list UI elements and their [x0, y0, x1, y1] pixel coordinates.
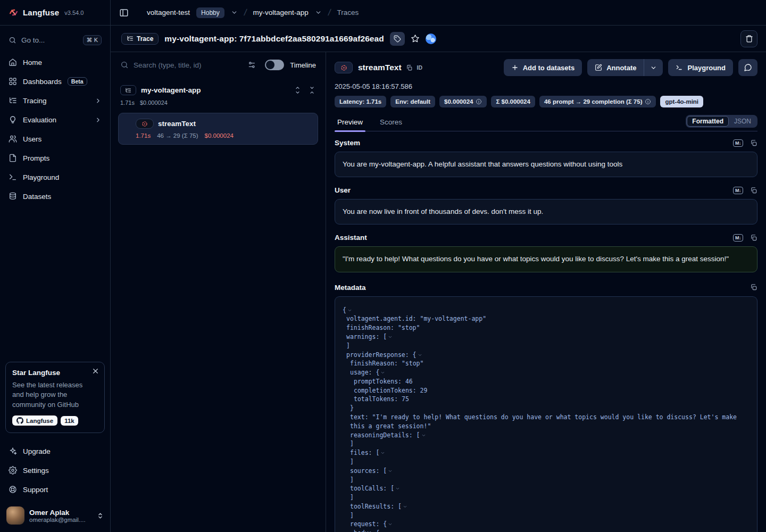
tree-search-input[interactable]: [134, 61, 243, 69]
collapse-chevron-icon[interactable]: [395, 486, 400, 491]
bookmark-star-icon[interactable]: [411, 34, 420, 43]
user-color-avatar[interactable]: [426, 34, 436, 44]
collapse-chevron-icon[interactable]: [388, 469, 393, 473]
sidebar-item-upgrade[interactable]: Upgrade: [0, 442, 110, 461]
delete-trace-button[interactable]: [740, 30, 757, 47]
annotate-button[interactable]: Annotate: [587, 59, 644, 76]
trace-header: Trace my-voltagent-app: 7f71abbdcef2aa58…: [111, 26, 766, 52]
collapse-chevron-icon[interactable]: [421, 433, 426, 438]
markdown-toggle-icon[interactable]: M↓: [733, 234, 743, 242]
info-icon[interactable]: [645, 98, 651, 105]
metadata-line[interactable]: reasoningDetails: [: [343, 431, 748, 440]
collapse-chevron-icon[interactable]: [388, 335, 393, 339]
users-icon: [9, 135, 17, 143]
annotate-button-group: Annotate: [587, 59, 663, 76]
collapse-chevron-icon[interactable]: [388, 522, 393, 527]
langfuse-logo-icon: [9, 7, 19, 18]
github-star-button[interactable]: Langfuse: [12, 415, 57, 426]
sidebar-item-users[interactable]: Users: [0, 129, 110, 148]
chevron-down-icon[interactable]: [315, 9, 322, 16]
metadata-line[interactable]: sources: [: [343, 467, 748, 476]
copy-icon[interactable]: [750, 187, 757, 194]
markdown-toggle-icon[interactable]: M↓: [733, 187, 743, 194]
metadata-line[interactable]: providerResponse: {: [343, 351, 748, 360]
observation-detail-panel: streamText ID Add to datasets Annotate: [326, 52, 766, 532]
goto-button[interactable]: Go to... ⌘ K: [6, 33, 104, 47]
metadata-line[interactable]: {: [343, 306, 748, 315]
sidebar-item-settings[interactable]: Settings: [0, 461, 110, 480]
collapse-chevron-icon[interactable]: [380, 451, 385, 455]
trace-content: Timeline my-voltagent-app 1.71s $0.00002…: [111, 52, 766, 532]
annotate-dropdown-button[interactable]: [644, 59, 663, 76]
collapse-chevron-icon[interactable]: [403, 504, 407, 509]
tree-search-row: Timeline: [118, 60, 318, 70]
generation-icon: [335, 62, 353, 73]
breadcrumb-project[interactable]: my-voltagent-app: [253, 9, 308, 16]
unfold-vertical-icon[interactable]: [294, 86, 302, 94]
format-toggle-formatted[interactable]: Formatted: [687, 116, 729, 127]
view-settings-icon[interactable]: [247, 61, 256, 69]
user-menu[interactable]: Omer Aplak omeraplak@gmail....: [6, 506, 104, 525]
sidebar-item-support[interactable]: Support: [0, 480, 110, 499]
detail-scroll-area[interactable]: System M↓ You are my-voltagent-app. A he…: [335, 131, 757, 532]
format-toggle: Formatted JSON: [686, 115, 757, 128]
metadata-json-viewer[interactable]: {voltagent.agent.id: "my-voltagent-app"f…: [335, 296, 757, 532]
sidebar-toggle-icon[interactable]: [119, 8, 129, 18]
sidebar-item-datasets[interactable]: Datasets: [0, 187, 110, 206]
collapse-chevron-icon[interactable]: [347, 308, 352, 313]
sidebar-item-prompts[interactable]: Prompts: [0, 148, 110, 168]
add-to-datasets-button[interactable]: Add to datasets: [504, 59, 582, 76]
sidebar-item-evaluation[interactable]: Evaluation: [0, 110, 110, 129]
format-toggle-json[interactable]: JSON: [729, 116, 756, 127]
breadcrumb-org[interactable]: voltagent-test: [147, 9, 190, 16]
collapse-chevron-icon[interactable]: [380, 370, 385, 375]
info-icon[interactable]: [476, 98, 482, 105]
section-icons: M↓: [733, 139, 757, 147]
copy-icon[interactable]: [406, 64, 413, 71]
observation-title-row: streamText: [136, 119, 311, 129]
metric-badge: $0.000024: [439, 96, 487, 107]
metadata-line: ]: [343, 342, 748, 351]
section-icons: M↓: [733, 187, 757, 194]
sidebar-item-playground[interactable]: Playground: [0, 168, 110, 187]
gear-icon: [9, 466, 17, 475]
plan-badge[interactable]: Hobby: [196, 7, 224, 18]
close-icon[interactable]: [92, 368, 99, 375]
section-title: System: [335, 139, 360, 147]
tree-root-row[interactable]: my-voltagent-app: [118, 85, 318, 95]
sidebar-item-dashboards[interactable]: Dashboards Beta: [0, 72, 110, 91]
observation-tree-panel: Timeline my-voltagent-app 1.71s $0.00002…: [111, 52, 326, 532]
playground-button[interactable]: Playground: [668, 59, 733, 76]
observation-row-streamtext[interactable]: streamText 1.71s 46 → 29 (Σ 75) $0.00002…: [118, 113, 318, 145]
tree-root-name: my-voltagent-app: [141, 86, 201, 94]
tab-scores[interactable]: Scores: [377, 118, 405, 131]
observation-tokens: 46 → 29 (Σ 75): [157, 132, 198, 139]
timeline-toggle[interactable]: [265, 60, 284, 70]
section-metadata: Metadata {voltagent.agent.id: "my-voltag…: [335, 284, 757, 532]
collapse-chevron-icon[interactable]: [418, 353, 422, 358]
chevron-down-icon[interactable]: [231, 9, 238, 16]
sidebar-item-home[interactable]: Home: [0, 53, 110, 72]
copy-id-label[interactable]: ID: [417, 64, 423, 71]
metadata-line[interactable]: usage: {: [343, 368, 748, 377]
metadata-line[interactable]: request: {: [343, 520, 748, 529]
metadata-line[interactable]: body: {: [343, 529, 748, 532]
copy-icon[interactable]: [750, 284, 757, 291]
tab-preview[interactable]: Preview: [335, 118, 365, 131]
tag-button[interactable]: [390, 32, 405, 46]
comment-button[interactable]: [738, 59, 757, 76]
list-tree-icon: [127, 35, 134, 42]
chevron-right-icon: [95, 97, 102, 104]
metadata-line[interactable]: files: [: [343, 448, 748, 458]
sidebar-item-tracing[interactable]: Tracing: [0, 91, 110, 110]
fold-vertical-icon[interactable]: [308, 86, 316, 94]
copy-icon[interactable]: [750, 234, 757, 242]
metadata-line[interactable]: toolResults: [: [343, 502, 748, 511]
user-email: omeraplak@gmail....: [29, 517, 89, 523]
breadcrumb-separator: /: [243, 7, 247, 18]
markdown-toggle-icon[interactable]: M↓: [733, 139, 743, 147]
metadata-line[interactable]: warnings: [: [343, 332, 748, 342]
metadata-line[interactable]: toolCalls: [: [343, 484, 748, 493]
timeline-toggle-label: Timeline: [290, 61, 316, 69]
copy-icon[interactable]: [750, 139, 757, 147]
